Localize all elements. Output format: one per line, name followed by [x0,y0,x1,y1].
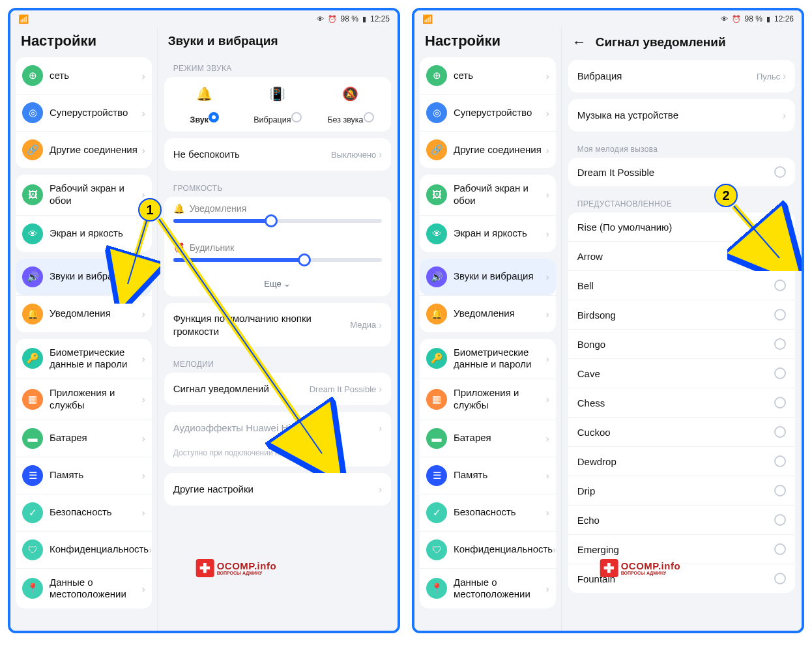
bell-off-icon: 🔕 [314,86,387,102]
chevron-right-icon: › [546,308,549,319]
other-settings-row[interactable]: Другие настройки› [164,473,391,506]
network-icon: ⊕ [426,65,447,86]
section-melodies: МЕЛОДИИ [164,353,391,373]
sidebar-item-notifications[interactable]: 🔔Уведомления› [16,295,152,332]
histen-row[interactable]: Аудиоэффекты Huawei Histen› [164,412,391,444]
sidebar-item-privacy[interactable]: 🛡Конфиденциальность› [420,531,556,568]
ringtone-label: Emerging [577,544,774,555]
wallpaper-icon: 🖼 [22,184,43,205]
settings-sidebar: Настройки ⊕сеть› ◎Суперустройство› 🔗Друг… [10,27,158,633]
chevron-right-icon: › [546,394,549,405]
radio-icon [774,280,786,291]
sidebar-item-apps[interactable]: ▦Приложения и службы› [420,379,556,420]
ringtone-option[interactable]: Echo [568,505,795,534]
chevron-right-icon: › [546,145,549,156]
slider-notifications[interactable]: 🔔Уведомления [164,197,391,236]
battery-icon: ▮ [362,15,366,23]
ringtone-option[interactable]: Cave [568,358,795,388]
storage-icon: ☰ [426,465,447,486]
link-icon: 🔗 [22,139,43,160]
ringtone-option[interactable]: Arrow [568,241,795,270]
ringtone-option[interactable]: Birdsong [568,300,795,329]
mode-sound[interactable]: 🔔Звук [168,86,241,125]
sound-icon: 🔊 [426,266,447,287]
alarm-icon: ⏰ [732,15,741,23]
sidebar-item-location[interactable]: 📍Данные о местоположении› [16,568,152,609]
sidebar-item-network[interactable]: ⊕сеть› [420,57,556,94]
volume-key-default[interactable]: Функция по умолчанию кнопки громкостиМед… [164,303,391,347]
chevron-right-icon: › [546,433,549,444]
sidebar-item-battery[interactable]: ▬Батарея› [16,420,152,457]
sidebar-item-notifications[interactable]: 🔔Уведомления› [420,295,556,332]
sidebar-item-storage[interactable]: ☰Память› [420,457,556,494]
sidebar-item-location[interactable]: 📍Данные о местоположении› [420,568,556,609]
link-icon: 🔗 [426,139,447,160]
ringtone-option[interactable]: Dewdrop [568,446,795,476]
ringtone-option[interactable]: Drip [568,476,795,505]
bell-icon: 🔔 [426,304,447,324]
battery-icon2: ▬ [22,428,43,449]
sidebar-item-superdevice[interactable]: ◎Суперустройство› [16,94,152,131]
radio-icon [774,514,786,526]
sidebar-item-security[interactable]: ✓Безопасность› [420,494,556,531]
vibration-row[interactable]: ВибрацияПульс› [568,60,795,93]
volume-more[interactable]: Еще ⌄ [164,275,391,296]
sidebar-item-security[interactable]: ✓Безопасность› [16,494,152,531]
ringtone-option[interactable]: Chess [568,388,795,417]
radio-selected [209,112,219,122]
sidebar-item-biometrics[interactable]: 🔑Биометрические данные и пароли› [16,339,152,379]
ringtone-option[interactable]: Bongo [568,329,795,358]
mode-vibrate[interactable]: 📳Вибрация [241,86,314,125]
back-arrow-icon[interactable]: ← [572,34,587,51]
ringtone-option[interactable]: Bell [568,270,795,300]
battery-text: 98 % [341,14,358,23]
sidebar-item-network[interactable]: ⊕сеть› [16,57,152,94]
sidebar-item-sounds[interactable]: 🔊Звуки и вибрация› [420,259,556,295]
section-volume: ГРОМКОСТЬ [164,177,391,197]
notification-sound-row[interactable]: Сигнал уведомленийDream It Possible› [164,373,391,405]
sidebar-item-biometrics[interactable]: 🔑Биометрические данные и пароли› [420,339,556,379]
mode-silent[interactable]: 🔕Без звука [314,86,387,125]
chevron-right-icon: › [142,70,145,81]
chevron-right-icon: › [142,353,145,364]
sidebar-item-wallpaper[interactable]: 🖼Рабочий экран и обои› [16,175,152,215]
ringtone-option[interactable]: Cuckoo [568,417,795,446]
chevron-right-icon: › [142,308,145,319]
sidebar-item-display[interactable]: 👁Экран и яркость› [420,215,556,252]
sidebar-item-superdevice[interactable]: ◎Суперустройство› [420,94,556,131]
radio-icon [774,485,786,496]
battery-text: 98 % [745,14,762,23]
sound-icon: 🔊 [22,266,43,287]
network-icon: ⊕ [22,65,43,86]
sidebar-item-connections[interactable]: 🔗Другие соединения› [16,131,152,168]
sidebar-title: Настройки [16,27,152,57]
settings-sidebar: Настройки ⊕сеть› ◎Суперустройство› 🔗Друг… [414,27,562,633]
status-bar: 📶 👁 ⏰ 98 % ▮ 12:25 [10,10,398,27]
ringtone-option[interactable]: Rise (По умолчанию) [568,212,795,241]
panel-title: ←Сигнал уведомлений [568,27,795,60]
panel-title: Звуки и вибрация [164,27,391,57]
sidebar-item-connections[interactable]: 🔗Другие соединения› [420,131,556,168]
ringtone-label: Birdsong [577,309,774,321]
sidebar-item-apps[interactable]: ▦Приложения и службы› [16,379,152,420]
radio-icon [291,112,302,122]
dnd-row[interactable]: Не беспокоитьВыключено› [164,138,391,171]
sidebar-item-display[interactable]: 👁Экран и яркость› [16,215,152,252]
slider-alarm[interactable]: ⏰Будильник [164,236,391,275]
histen-hint: Доступно при подключении наушников [164,444,391,466]
ringtone-custom[interactable]: Dream It Possible [568,158,795,186]
chevron-right-icon: › [379,484,382,494]
device-music-row[interactable]: Музыка на устройстве› [568,99,795,132]
eye-icon: 👁 [721,15,728,23]
sidebar-item-storage[interactable]: ☰Память› [16,457,152,494]
chevron-right-icon: › [142,394,145,405]
sidebar-item-battery[interactable]: ▬Батарея› [420,420,556,457]
sidebar-item-sounds[interactable]: 🔊Звуки и вибрация› [16,259,152,295]
alarm-small-icon: ⏰ [173,242,184,253]
chevron-right-icon: › [546,108,549,119]
plus-icon: ✚ [196,559,214,577]
sidebar-item-wallpaper[interactable]: 🖼Рабочий экран и обои› [420,175,556,215]
sidebar-item-privacy[interactable]: 🛡Конфиденциальность› [16,531,152,568]
section-my-melody: Моя мелодия вызова [568,138,795,158]
storage-icon: ☰ [22,465,43,486]
